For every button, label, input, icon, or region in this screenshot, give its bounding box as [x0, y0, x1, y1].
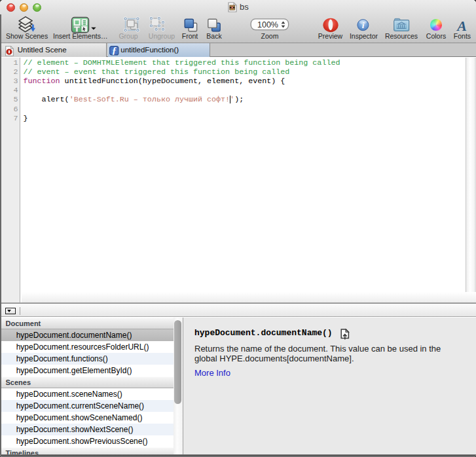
- svg-text:ƒ: ƒ: [112, 46, 117, 56]
- svg-text:100%: 100%: [257, 20, 278, 29]
- svg-text:i: i: [362, 20, 365, 30]
